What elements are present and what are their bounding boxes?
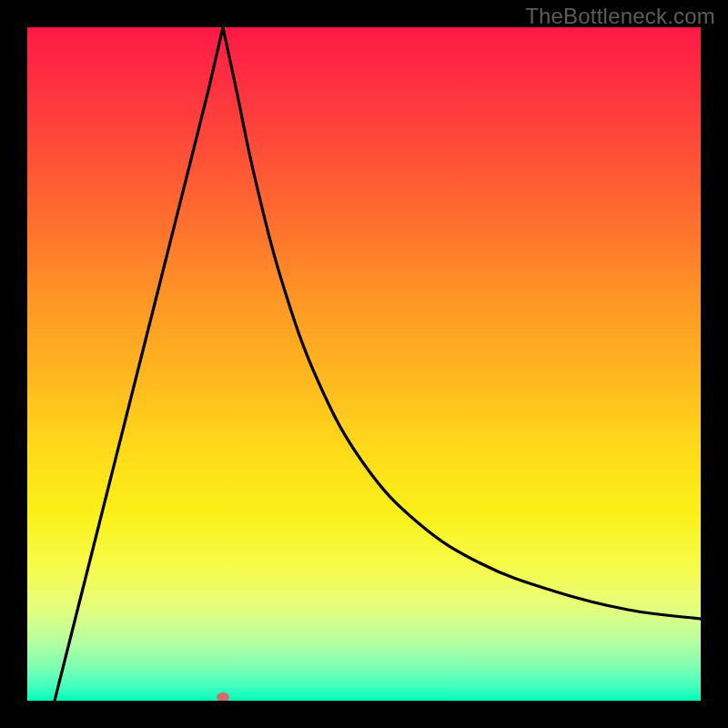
- chart-frame: TheBottleneck.com: [0, 0, 728, 728]
- bottleneck-curve: [27, 27, 701, 701]
- watermark-text: TheBottleneck.com: [525, 4, 715, 29]
- plot-area: [27, 27, 701, 701]
- minimum-marker: [217, 693, 229, 701]
